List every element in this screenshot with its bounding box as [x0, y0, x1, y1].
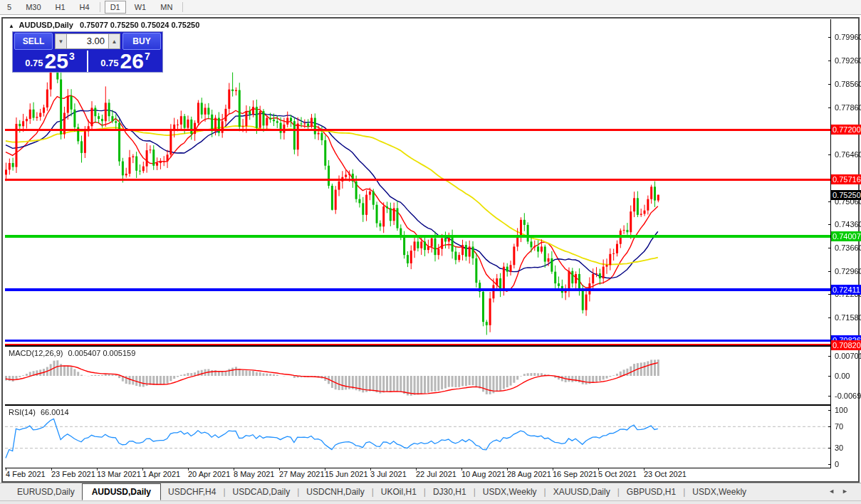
sell-price-prefix: 0.75: [25, 58, 43, 68]
rsi-value: 66.0014: [41, 408, 69, 416]
rsi-tick-mark: [828, 464, 831, 465]
price-tick-label: 0.79260: [835, 56, 861, 65]
macd-tick-mark: [828, 356, 831, 357]
rsi-tick-mark: [828, 426, 831, 427]
tab-gbpusd-h1[interactable]: GBPUSD,H1: [620, 484, 683, 500]
tab-usdchf-h4[interactable]: USDCHF,H4: [161, 484, 223, 500]
rsi-tick-label: 70: [835, 422, 843, 431]
date-tick-label: 28 Aug 2021: [507, 470, 551, 478]
date-tick-label: 5 Oct 2021: [598, 470, 637, 478]
date-tick-label: 23 Oct 2021: [644, 470, 687, 478]
macd-tick-mark: [828, 396, 831, 397]
rsi-tick-label: 100: [835, 406, 847, 414]
toolbar-separator: [182, 2, 183, 12]
tab-scroll-arrows[interactable]: ◄►: [828, 488, 855, 495]
date-tick-label: 23 Feb 2021: [51, 470, 95, 478]
bottom-status-strip: [0, 500, 861, 504]
tab-audusd-daily[interactable]: AUDUSD,Daily: [82, 483, 161, 500]
date-tick-label: 3 Jul 2021: [370, 470, 407, 478]
volume-down-button[interactable]: ▼: [55, 33, 67, 49]
rsi-name: RSI(14): [9, 408, 36, 416]
rsi-tick-label: 30: [835, 443, 843, 452]
tab-usdx-weekly[interactable]: USDX,Weekly: [476, 484, 544, 500]
tab-xauusd-daily[interactable]: XAUUSD,Daily: [546, 484, 617, 500]
timeframe-button-mn[interactable]: MN: [155, 1, 178, 14]
collapse-icon[interactable]: ▲: [9, 23, 14, 29]
date-tick-label: 15 Jun 2021: [325, 470, 368, 478]
price-tick-mark: [828, 201, 831, 202]
level-price-label: 0.72411: [831, 285, 861, 295]
sell-price-pip-digit: 3: [69, 51, 75, 62]
timeframe-button-h4[interactable]: H4: [74, 1, 95, 14]
one-click-trade-panel: SELL ▼ 3.00 ▲ BUY 0.75 25 3 0.75 26 7: [12, 31, 163, 73]
timeframe-toolbar: 5M30H1H4D1W1MN: [0, 0, 861, 15]
volume-input[interactable]: 3.00: [67, 33, 108, 49]
date-tick-label: 16 Sep 2021: [553, 470, 597, 478]
tab-usdcad-daily[interactable]: USDCAD,Daily: [226, 484, 298, 500]
level-price-label: 0.70820: [831, 340, 861, 350]
sell-price-display[interactable]: 0.75 25 3: [13, 51, 88, 72]
rsi-tick-label: 0: [835, 460, 839, 468]
price-tick-mark: [828, 84, 831, 85]
trading-terminal: 5M30H1H4D1W1MN ▲ AUDUSD,Daily 0.75077 0.…: [0, 0, 861, 504]
level-price-label: 0.77200: [831, 125, 861, 135]
price-tick-mark: [828, 248, 831, 248]
timeframe-button-5[interactable]: 5: [1, 1, 17, 14]
timeframe-button-d1[interactable]: D1: [105, 1, 126, 14]
buy-price-pip-digit: 7: [145, 51, 150, 62]
sell-button[interactable]: SELL: [14, 33, 53, 50]
date-tick-label: 20 Apr 2021: [188, 470, 230, 478]
rsi-tick-mark: [828, 448, 831, 448]
macd-tick-mark: [828, 376, 831, 377]
price-tick-label: 0.78560: [835, 80, 861, 88]
tab-usdcnh-daily[interactable]: USDCNH,Daily: [299, 484, 371, 500]
rsi-indicator-pane[interactable]: [5, 406, 830, 468]
tab-ukoil-h1[interactable]: UKOil,H1: [374, 484, 424, 500]
volume-up-button[interactable]: ▲: [108, 33, 120, 49]
sell-price-big-digits: 25: [45, 51, 68, 71]
chart-title: ▲ AUDUSD,Daily 0.75077 0.75250 0.75024 0…: [9, 21, 199, 29]
tab-dj30-h1[interactable]: DJ30,H1: [426, 484, 474, 500]
macd-values: 0.005407 0.005159: [68, 349, 135, 357]
buy-price-display[interactable]: 0.75 26 7: [88, 51, 162, 72]
macd-tick-label: -0.006923: [835, 392, 861, 400]
date-tick-label: 13 Mar 2021: [97, 470, 141, 478]
price-tick-mark: [828, 271, 831, 272]
timeframe-button-m30[interactable]: M30: [20, 1, 46, 14]
tab-eurusd-daily[interactable]: EURUSD,Daily: [10, 484, 82, 500]
price-tick-mark: [828, 154, 831, 155]
tab-usdx-weekly[interactable]: USDX,Weekly: [685, 484, 753, 500]
price-axis-border: [830, 19, 831, 468]
price-tick-mark: [828, 224, 831, 225]
price-tick-label: 0.76460: [835, 150, 861, 159]
date-tick-label: 4 Feb 2021: [6, 470, 46, 478]
price-tick-label: 0.74360: [835, 220, 861, 229]
timeframe-button-w1[interactable]: W1: [129, 1, 152, 14]
buy-button[interactable]: BUY: [122, 33, 161, 50]
rsi-label: RSI(14) 66.0014: [9, 408, 69, 416]
symbol-tab-bar: EURUSD,DailyAUDUSD,DailyUSDCHF,H4|USDCAD…: [0, 483, 861, 500]
pane-border: [5, 468, 831, 468]
level-price-label: 0.75716: [831, 174, 861, 184]
macd-tick-label: 0.007015: [835, 352, 861, 360]
buy-price-big-digits: 26: [120, 51, 144, 71]
price-tick-mark: [828, 61, 831, 61]
price-tick-label: 0.77860: [835, 103, 861, 112]
toolbar-separator: [100, 2, 100, 12]
level-price-label: 0.74007: [831, 231, 861, 241]
chart-ohlc-values: 0.75077 0.75250 0.75024 0.75250: [80, 21, 199, 29]
macd-tick-label: 0.00: [835, 372, 850, 380]
chart-symbol-label: AUDUSD,Daily: [19, 21, 73, 29]
price-tick-label: 0.79960: [835, 33, 861, 41]
rsi-tick-mark: [828, 410, 831, 411]
macd-label: MACD(12,26,9) 0.005407 0.005159: [9, 349, 135, 357]
current-price-label: 0.75250: [831, 190, 861, 200]
date-tick-label: 1 Apr 2021: [142, 470, 180, 478]
timeframe-button-h1[interactable]: H1: [50, 1, 71, 14]
date-tick-label: 27 May 2021: [279, 470, 325, 478]
date-tick-label: 22 Jul 2021: [416, 470, 456, 478]
price-tick-mark: [828, 317, 831, 318]
date-tick-label: 10 Aug 2021: [461, 470, 506, 478]
date-tick-label: 8 May 2021: [234, 470, 274, 478]
price-tick-label: 0.72960: [835, 267, 861, 275]
